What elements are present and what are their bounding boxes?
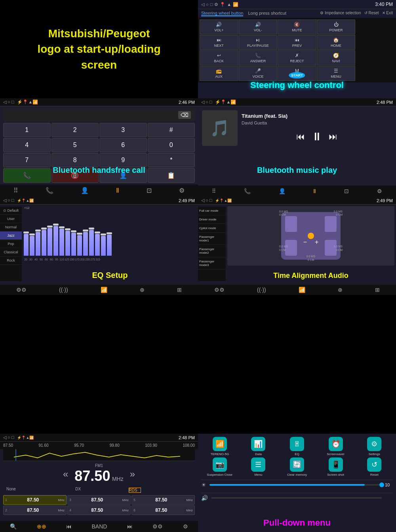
key-4[interactable]: 4 [3,138,51,152]
volume-slider[interactable] [211,497,382,499]
key-2[interactable]: 2 [51,123,99,137]
key-3[interactable]: 3 [99,123,147,137]
eq-nav-bass[interactable]: 📶 [101,287,107,293]
eq-bar-9[interactable] [71,230,76,256]
vol-minus-btn[interactable]: 🔊VOL- [239,19,278,34]
ta-nav-eq[interactable]: ⊕ [338,287,343,293]
reset-option[interactable]: ↺ Reset [364,11,379,16]
radio-search-btn[interactable]: 🔍 [10,523,17,530]
pulldown-eq[interactable]: 🎚 EQ [278,437,316,456]
eq-bar-10[interactable] [77,233,82,256]
eq-bar-1[interactable] [23,232,29,256]
key-9[interactable]: 9 [99,153,147,167]
eq-bar-6[interactable] [53,224,59,256]
eq-nav-more[interactable]: ⊞ [177,287,182,293]
pulldown-data[interactable]: 📊 Data [240,437,277,456]
radio-preset-1[interactable]: 1 87.50 MHz [3,495,67,505]
tab-steering-wheel[interactable]: Steering wheel button [201,11,243,16]
key-7[interactable]: 7 [3,153,51,167]
prev-track-btn[interactable]: ⏮ [296,132,305,142]
eq-preset-rock[interactable]: Rock [0,256,22,265]
bottom-bt-icon[interactable]: Ⅱ [116,187,119,194]
bottom-bt2-icon[interactable]: ⊡ [147,187,152,194]
music-bottom-bt2[interactable]: ⊡ [344,188,349,194]
radio-settings-btn[interactable]: ⚙ [183,523,188,530]
key-0[interactable]: 0 [148,138,195,152]
ta-passenger3[interactable]: Passenger mode3 [198,257,226,270]
pulldown-wifi[interactable]: 📶 TERENO-5G [201,437,238,456]
reject-btn[interactable]: ✗REJECT [278,50,316,65]
radio-prev-btn[interactable]: ⏮ [66,523,72,530]
bottom-apps-icon[interactable]: ⠿ [13,187,18,194]
eq-bar-15[interactable] [107,232,112,256]
key-1[interactable]: 1 [3,123,51,137]
ta-nav-icon1[interactable]: ⚙⚙ [214,287,225,293]
eq-bar-12[interactable] [89,228,94,256]
eq-nav-surround[interactable]: ((·)) [59,287,68,293]
pulldown-clear[interactable]: 🔄 Clear memory [278,457,316,477]
bottom-contacts-icon[interactable]: 👤 [81,187,89,194]
radio-eq-btn[interactable]: ⚙⚙ [152,523,163,530]
ta-plus-btn[interactable]: + [315,239,318,246]
pulldown-reset[interactable]: ↺ Reset [356,457,393,477]
key-8[interactable]: 8 [51,153,99,167]
pulldown-settings[interactable]: ⚙ Settings [356,437,393,456]
radio-preset-3[interactable]: 3 87.50 MHz [67,495,131,505]
eq-bar-4[interactable] [41,228,47,256]
ta-passenger2[interactable]: Passenger mode2 [198,245,226,257]
eq-nav-icon1[interactable]: ⚙⚙ [16,287,27,293]
eq-bar-3[interactable] [35,230,41,256]
eq-preset-classical[interactable]: Classical [0,248,22,256]
vol-plus-btn[interactable]: 🔊VOL+ [200,19,238,34]
radio-seek-back-btn[interactable]: « [63,469,68,480]
eq-preset-pop[interactable]: Pop [0,240,22,248]
answer-btn[interactable]: 📞ANSWER [239,50,278,65]
ta-passenger1[interactable]: Passenger mode1 [198,233,226,245]
key-hash[interactable]: # [148,123,195,137]
next-btn[interactable]: ⏭NEXT [200,35,238,50]
radio-next-btn[interactable]: ⏭ [127,523,133,530]
power-btn[interactable]: ⏻POWER [317,19,356,34]
impedance-option[interactable]: ⚙ Impedance selection [320,11,361,16]
voice-btn[interactable]: 🎤VOICE [239,66,278,81]
eq-preset-normal[interactable]: Normal [0,223,22,232]
backspace-btn[interactable]: ⌫ [178,111,191,119]
eq-bar-14[interactable] [101,233,106,256]
eq-nav-eq[interactable]: ⊕ [140,287,145,293]
music-bottom-bt[interactable]: Ⅱ [313,188,316,194]
radio-band-btn[interactable]: BAND [92,523,107,530]
eq-bar-5[interactable] [47,226,53,256]
ta-nav-bass[interactable]: 📶 [299,287,305,293]
navi-btn[interactable]: 🧭NAVI [317,50,356,65]
ta-driver[interactable]: Driver mode [198,215,226,224]
prev-btn[interactable]: ⏮PREV [278,35,316,50]
radio-preset-4[interactable]: 4 87.50 MHz [67,505,131,515]
next-track-btn[interactable]: ⏭ [329,132,337,142]
eq-preset-user[interactable]: User [0,215,22,223]
bottom-settings-icon[interactable]: ⚙ [179,187,185,194]
eq-bar-8[interactable] [65,228,70,256]
eq-bar-7[interactable] [59,226,65,256]
pulldown-screensaver[interactable]: ⏰ Screensaver [317,437,354,456]
ta-cpilot[interactable]: Cpilot mode [198,224,226,233]
brightness-slider[interactable] [209,484,382,486]
exit-option[interactable]: ✕ Exit [382,11,393,16]
key-star[interactable]: * [148,153,195,167]
eq-bar-11[interactable] [83,230,88,256]
ta-nav-more[interactable]: ⊞ [375,287,380,293]
tab-long-press[interactable]: Long press shortcut [248,11,286,16]
music-bottom-apps[interactable]: ⠿ [212,188,216,194]
key-6[interactable]: 6 [99,138,147,152]
pulldown-screenshot[interactable]: 📱 Screen shot [317,457,354,477]
ta-minus-btn[interactable]: − [303,239,307,246]
play-pause-music-btn[interactable]: ⏸ [311,130,322,143]
key-5[interactable]: 5 [51,138,99,152]
music-bottom-phone[interactable]: 📞 [244,188,251,194]
play-pause-btn[interactable]: ⏯PLAY/PAUSE [239,35,278,50]
eq-bar-13[interactable] [95,232,100,256]
radio-seek-fwd-btn[interactable]: » [130,469,135,480]
bottom-phone-icon[interactable]: 📞 [46,187,53,194]
music-bottom-contacts[interactable]: 👤 [279,188,286,194]
radio-preset-6[interactable]: 6 87.50 MHz [131,505,195,515]
back-btn[interactable]: ↩BACK [200,50,238,65]
